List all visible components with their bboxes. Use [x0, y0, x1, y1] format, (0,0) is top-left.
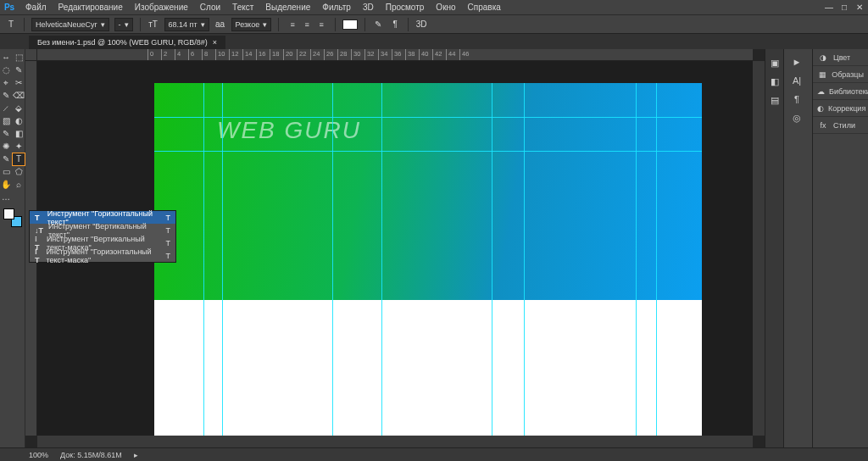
panel-icon-layers[interactable]: ▤: [768, 93, 782, 107]
panel-stack: ◑Цвет▦Образцы☁Библиотеки◐КоррекцияfxСтил…: [812, 49, 868, 447]
menu-image[interactable]: Изображение: [130, 1, 193, 14]
font-size-dropdown[interactable]: 68.14 пт▾: [164, 18, 209, 31]
guide-vertical[interactable]: [332, 83, 333, 436]
align-center-icon[interactable]: ≡: [300, 19, 314, 31]
actions-icon[interactable]: ►: [784, 54, 810, 69]
panel-row[interactable]: ☁Библиотеки: [813, 83, 868, 100]
tool-button[interactable]: ◌: [0, 64, 12, 76]
guide-vertical[interactable]: [656, 83, 657, 436]
guide-vertical[interactable]: [222, 83, 223, 436]
font-style-dropdown[interactable]: -▾: [114, 18, 133, 31]
tool-button[interactable]: ✎: [0, 90, 12, 102]
tool-button[interactable]: ⬚: [13, 52, 25, 64]
close-icon[interactable]: ✕: [854, 2, 865, 12]
align-right-icon[interactable]: ≡: [314, 19, 328, 31]
color-swatches[interactable]: [3, 208, 22, 227]
flyout-item-icon: ⁞T: [35, 247, 42, 264]
maximize-icon[interactable]: □: [839, 2, 849, 12]
scrollbar-horizontal[interactable]: [37, 436, 753, 447]
menu-help[interactable]: Справка: [463, 1, 506, 14]
tool-button[interactable]: ✋: [0, 179, 12, 191]
tool-button[interactable]: [13, 192, 25, 203]
align-group: ≡ ≡ ≡: [286, 19, 328, 31]
chevron-down-icon: ▾: [125, 20, 129, 29]
guide-vertical[interactable]: [492, 83, 492, 436]
guide-vertical[interactable]: [524, 83, 525, 436]
guide-horizontal[interactable]: [154, 117, 702, 118]
document-canvas[interactable]: WEB GURU: [154, 83, 702, 436]
menu-filter[interactable]: Фильтр: [317, 1, 356, 14]
menu-view[interactable]: Просмотр: [381, 1, 430, 14]
menu-file[interactable]: Файл: [20, 1, 52, 14]
align-left-icon[interactable]: ≡: [286, 19, 299, 31]
panel-row[interactable]: fxСтили: [813, 117, 868, 134]
tool-button[interactable]: ↔: [0, 52, 12, 64]
app-logo-icon: Ps: [3, 2, 15, 14]
panel-icon-history[interactable]: ▣: [768, 56, 782, 69]
doc-size: Док: 5.15М/8.61М: [60, 451, 122, 459]
tool-button[interactable]: ✎: [0, 153, 12, 165]
warp-text-icon[interactable]: ✎: [372, 19, 384, 31]
tool-button[interactable]: ◧: [13, 128, 25, 140]
ruler-corner: [25, 49, 37, 61]
tool-button[interactable]: ⟋: [0, 103, 12, 114]
adjustments-icon[interactable]: ◎: [784, 110, 810, 125]
tool-button[interactable]: ⬠: [13, 166, 25, 178]
character-icon[interactable]: A|: [784, 73, 810, 88]
tab-close-icon[interactable]: ×: [213, 38, 217, 47]
zoom-level[interactable]: 100%: [29, 451, 48, 459]
panel-row-icon: ◐: [817, 103, 824, 114]
font-family-dropdown[interactable]: HelveticaNeueCyr▾: [31, 18, 109, 31]
guide-horizontal[interactable]: [154, 151, 702, 152]
menu-3d[interactable]: 3D: [358, 1, 379, 14]
tool-button[interactable]: ▭: [0, 166, 12, 178]
panel-row[interactable]: ▦Образцы: [813, 66, 868, 83]
tool-button[interactable]: …: [0, 192, 12, 203]
guide-vertical[interactable]: [381, 83, 382, 436]
panel-row-icon: fx: [817, 119, 829, 131]
color-swatch-icon[interactable]: [342, 19, 358, 30]
tool-button[interactable]: ▧: [0, 115, 12, 127]
status-bar: 100% Док: 5.15М/8.61М ▸: [0, 447, 868, 461]
foreground-swatch[interactable]: [3, 208, 14, 219]
panel-row[interactable]: ◑Цвет: [813, 49, 868, 66]
paragraph-icon[interactable]: ¶: [784, 92, 810, 107]
document-tab[interactable]: Без имени-1.psd @ 100% (WEB GURU, RGB/8#…: [29, 36, 225, 49]
guide-vertical[interactable]: [636, 83, 637, 436]
tool-button[interactable]: ✺: [0, 141, 12, 153]
menu-type[interactable]: Текст: [227, 1, 259, 14]
tool-button[interactable]: ⌖: [0, 77, 12, 89]
tool-button[interactable]: ⬙: [13, 103, 25, 114]
status-chevron-icon[interactable]: ▸: [134, 451, 138, 459]
3d-icon[interactable]: 3D: [415, 19, 427, 31]
tool-button[interactable]: ✂: [13, 77, 25, 89]
flyout-item-icon: T: [35, 214, 42, 222]
tool-button[interactable]: T: [13, 153, 25, 165]
panel-icon-properties[interactable]: ◧: [768, 75, 782, 88]
tool-button[interactable]: ◐: [13, 115, 25, 127]
tool-button[interactable]: ⌫: [13, 90, 25, 102]
panel-row-label: Коррекция: [828, 104, 865, 113]
menu-layers[interactable]: Слои: [195, 1, 225, 14]
document-tab-title: Без имени-1.psd @ 100% (WEB GURU, RGB/8#…: [37, 38, 208, 47]
panel-row[interactable]: ◐Коррекция: [813, 100, 868, 117]
menu-edit[interactable]: Редактирование: [53, 1, 128, 14]
chevron-down-icon: ▾: [101, 20, 105, 29]
menu-select[interactable]: Выделение: [260, 1, 315, 14]
scrollbar-vertical[interactable]: [753, 61, 765, 436]
document-tabstrip: Без имени-1.psd @ 100% (WEB GURU, RGB/8#…: [0, 34, 868, 49]
tool-button[interactable]: ✎: [13, 64, 25, 76]
ruler-horizontal[interactable]: 0246810121416182022242628303234363840424…: [37, 49, 753, 61]
hero-text-layer[interactable]: WEB GURU: [217, 117, 361, 144]
flyout-item[interactable]: ⁞TИнструмент "Горизонтальный текст-маска…: [30, 249, 175, 262]
antialias-dropdown[interactable]: Резкое▾: [231, 18, 272, 31]
menu-window[interactable]: Окно: [431, 1, 460, 14]
char-panel-icon[interactable]: ¶: [389, 19, 401, 31]
tool-button[interactable]: ⌕: [13, 179, 25, 191]
tool-button[interactable]: ✦: [13, 141, 25, 153]
font-size-icon: тТ: [147, 19, 159, 31]
tool-button[interactable]: ✎: [0, 128, 12, 140]
guide-vertical[interactable]: [203, 83, 204, 436]
gradient-layer: [154, 83, 702, 300]
minimize-icon[interactable]: —: [824, 2, 834, 12]
